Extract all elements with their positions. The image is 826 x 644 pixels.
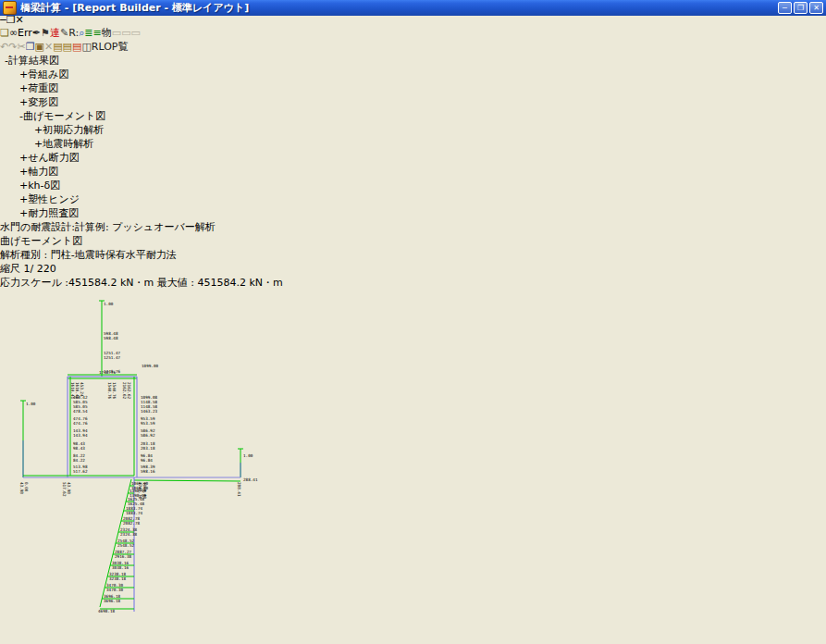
vertical-scroll-thumb[interactable] bbox=[0, 630, 826, 644]
tree-expander-icon[interactable]: + bbox=[19, 152, 28, 164]
document-area: 水門の耐震設計:計算例: プッシュオーバー解析 曲げモーメント図 解析種別 : … bbox=[0, 220, 826, 644]
application-window: 橋梁計算 - [Report Builder - 標準レイアウト] ─ ❐ ✕ … bbox=[0, 0, 826, 644]
report-subtitle: 曲げモーメント図 bbox=[0, 234, 826, 248]
note-1-icon[interactable]: ▤ bbox=[53, 41, 62, 53]
layout-3-icon: ▭ bbox=[131, 27, 141, 39]
tree-item-label: 塑性ヒンジ bbox=[28, 193, 80, 205]
tree-expander-icon[interactable]: + bbox=[34, 124, 43, 136]
undo-icon: ↶ bbox=[0, 41, 8, 53]
app-icon bbox=[3, 1, 17, 15]
list-button[interactable]: 覧 bbox=[118, 41, 129, 53]
tree-item-9[interactable]: +軸力図 bbox=[0, 165, 826, 179]
document-view: 水門の耐震設計:計算例: プッシュオーバー解析 曲げモーメント図 解析種別 : … bbox=[0, 220, 826, 630]
tree-expander-icon[interactable]: + bbox=[19, 180, 28, 192]
drawing-scale: 縮尺 1/ 220 bbox=[0, 262, 826, 276]
moment-value-label: 1883.74 bbox=[126, 511, 143, 515]
tree-item-label: 耐力照査図 bbox=[28, 207, 79, 219]
link-button[interactable]: 連 bbox=[50, 27, 60, 39]
title-bar: 橋梁計算 - [Report Builder - 標準レイアウト] ─ ❐ ✕ bbox=[0, 0, 826, 16]
moment-value-label: 2324.38 bbox=[120, 532, 138, 537]
copy-icon: ❐ bbox=[26, 41, 35, 53]
tree-expander-icon[interactable]: + bbox=[19, 193, 28, 205]
tree-item-5[interactable]: -曲げモーメント図 bbox=[0, 109, 826, 123]
align-horizontal-icon: ≣ bbox=[84, 27, 92, 39]
error-list-icon: Err bbox=[18, 27, 32, 39]
vertical-scrollbar[interactable] bbox=[0, 630, 826, 644]
tree-item-4[interactable]: +変形図 bbox=[0, 95, 826, 109]
note-3-icon[interactable]: ▤ bbox=[72, 41, 81, 53]
moment-value-label: 1.00 bbox=[243, 453, 253, 458]
moment-value-label: 1.00 bbox=[104, 302, 114, 306]
minimize-button[interactable]: ─ bbox=[778, 2, 792, 14]
tree-item-8[interactable]: +せん断力図 bbox=[0, 151, 826, 165]
tree-expander-icon[interactable]: + bbox=[19, 82, 28, 94]
align-vertical-icon[interactable]: ≡ bbox=[93, 27, 102, 39]
note-1-icon: ▤ bbox=[53, 41, 62, 53]
stamp-tool-icon[interactable]: ⚑ bbox=[41, 27, 50, 39]
tree-item-label: 荷重図 bbox=[28, 82, 58, 94]
tree-expander-icon[interactable]: + bbox=[19, 96, 28, 108]
stamp-tool-icon: ⚑ bbox=[41, 27, 50, 39]
link-button: 連 bbox=[50, 27, 60, 39]
tree-item-10[interactable]: +kh-δ図 bbox=[0, 179, 826, 192]
frame-icon[interactable]: ◫ bbox=[81, 41, 91, 53]
o-button[interactable]: O bbox=[104, 41, 112, 53]
tree-item-label: kh-δ図 bbox=[28, 180, 60, 192]
tree-item-11[interactable]: +塑性ヒンジ bbox=[0, 192, 826, 206]
tree-item-label: 変形図 bbox=[28, 96, 58, 108]
pencil-icon[interactable]: ✎ bbox=[60, 27, 68, 39]
moment-value-label: 43.98 bbox=[67, 482, 71, 494]
copy-icon[interactable]: ❐ bbox=[26, 41, 35, 53]
tree-item-1[interactable]: -計算結果図 bbox=[0, 54, 826, 68]
binoculars-icon[interactable]: ∞ bbox=[9, 27, 18, 39]
paste-icon[interactable]: ▣ bbox=[35, 41, 44, 53]
max-label: 最大値 : bbox=[157, 277, 194, 289]
tree-expander-icon[interactable]: + bbox=[19, 166, 28, 178]
tree-item-2[interactable]: +骨組み図 bbox=[0, 68, 826, 81]
delete-icon: ✕ bbox=[44, 41, 53, 53]
tree-item-6[interactable]: +初期応力解析 bbox=[0, 123, 826, 137]
moment-value-label: 0.00 bbox=[24, 482, 29, 492]
moment-value-label: 586.92 bbox=[141, 433, 155, 438]
tree-expander-icon[interactable]: + bbox=[19, 207, 28, 219]
layout-1-icon: ▭ bbox=[112, 27, 121, 39]
moment-value-label: 3696.18 bbox=[104, 599, 121, 603]
analysis-type: 解析種別 : 門柱-地震時保有水平耐力法 bbox=[0, 248, 826, 262]
r-field-icon[interactable]: R: bbox=[68, 27, 79, 39]
moment-value-label: 474.76 bbox=[73, 421, 88, 426]
restore-button[interactable]: ❐ bbox=[794, 2, 808, 14]
moment-value-label: 288.41 bbox=[243, 477, 258, 482]
work-area: -計算結果図+骨組み図+荷重図+変形図-曲げモーメント図+初期応力解析+地震時解… bbox=[0, 54, 826, 644]
layout-3-icon: ▭ bbox=[131, 27, 141, 39]
moment-value-label: 1.00 bbox=[26, 402, 36, 406]
tree-item-label: 骨組み図 bbox=[28, 68, 68, 80]
p-button[interactable]: P bbox=[112, 41, 118, 53]
moment-value-label: 2162.62 bbox=[122, 382, 127, 400]
report-title: 水門の耐震設計:計算例: プッシュオーバー解析 bbox=[0, 220, 826, 234]
moment-value-label: 1748.76 bbox=[99, 370, 117, 375]
moment-value-label: 517.62 bbox=[73, 469, 88, 474]
new-report-icon[interactable]: ❏ bbox=[0, 27, 9, 39]
align-horizontal-icon[interactable]: ≣ bbox=[84, 27, 92, 39]
moment-value-label: 517.62 bbox=[62, 482, 67, 497]
tree-item-12[interactable]: +耐力照査図 bbox=[0, 206, 826, 220]
tree-expander-icon[interactable]: + bbox=[34, 138, 43, 150]
tree-item-label: 計算結果図 bbox=[8, 55, 59, 67]
select-tool-icon[interactable]: ✒ bbox=[32, 27, 41, 39]
note-2-icon[interactable]: ▤ bbox=[63, 41, 72, 53]
close-button[interactable]: ✕ bbox=[809, 2, 823, 14]
moment-value-label: 2548.52 bbox=[117, 543, 135, 548]
tree-item-label: 軸力図 bbox=[28, 166, 58, 178]
r-field-icon: R: bbox=[68, 27, 79, 39]
object-button[interactable]: 物 bbox=[102, 27, 112, 39]
moment-value-label: 1540.76 bbox=[112, 382, 117, 400]
frame-icon: ◫ bbox=[81, 41, 91, 53]
new-report-icon: ❏ bbox=[0, 27, 9, 39]
tree-item-3[interactable]: +荷重図 bbox=[0, 81, 826, 95]
moment-value-label: 203.18 bbox=[141, 446, 155, 451]
tree-item-7[interactable]: +地震時解析 bbox=[0, 137, 826, 151]
error-list-icon[interactable]: Err bbox=[18, 27, 32, 39]
tree-expander-icon[interactable]: + bbox=[19, 68, 28, 80]
moment-value-label: 1099.00 bbox=[142, 364, 159, 368]
moment-value-label: 84.22 bbox=[73, 458, 85, 463]
